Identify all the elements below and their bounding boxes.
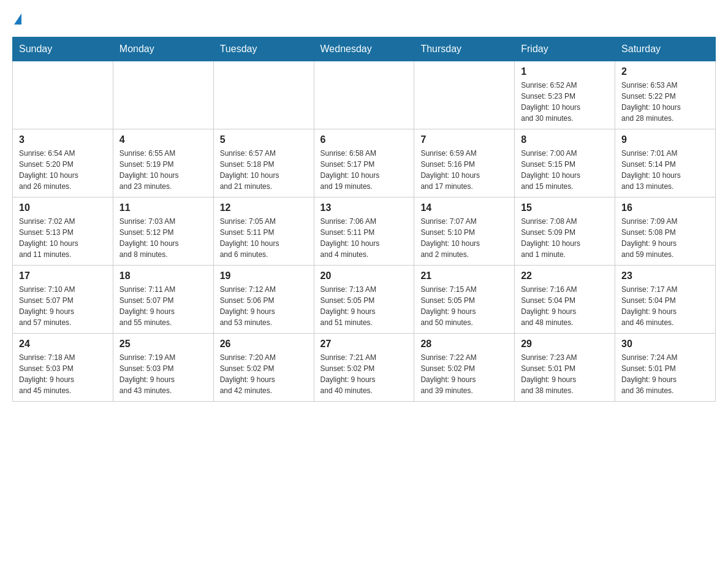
calendar-cell: 23Sunrise: 7:17 AMSunset: 5:04 PMDayligh…: [615, 266, 716, 334]
day-info: Sunrise: 7:13 AMSunset: 5:05 PMDaylight:…: [320, 284, 408, 328]
calendar-week-row: 1Sunrise: 6:52 AMSunset: 5:23 PMDaylight…: [13, 61, 716, 129]
day-info: Sunrise: 7:18 AMSunset: 5:03 PMDaylight:…: [19, 352, 107, 396]
day-number: 6: [320, 134, 408, 145]
calendar-cell: 30Sunrise: 7:24 AMSunset: 5:01 PMDayligh…: [615, 334, 716, 402]
day-number: 11: [119, 202, 207, 213]
day-number: 21: [420, 270, 508, 282]
calendar-cell: 19Sunrise: 7:12 AMSunset: 5:06 PMDayligh…: [213, 266, 314, 334]
calendar-cell: 15Sunrise: 7:08 AMSunset: 5:09 PMDayligh…: [515, 197, 615, 266]
calendar-cell: 2Sunrise: 6:53 AMSunset: 5:22 PMDaylight…: [615, 61, 716, 129]
day-info: Sunrise: 6:59 AMSunset: 5:16 PMDaylight:…: [420, 148, 508, 192]
calendar-cell: 12Sunrise: 7:05 AMSunset: 5:11 PMDayligh…: [213, 197, 314, 266]
calendar-cell: 25Sunrise: 7:19 AMSunset: 5:03 PMDayligh…: [113, 334, 213, 402]
day-number: 19: [220, 270, 308, 282]
day-info: Sunrise: 7:23 AMSunset: 5:01 PMDaylight:…: [521, 352, 609, 396]
day-info: Sunrise: 7:03 AMSunset: 5:12 PMDaylight:…: [119, 216, 207, 260]
calendar-cell: 24Sunrise: 7:18 AMSunset: 5:03 PMDayligh…: [13, 334, 113, 402]
day-number: 9: [621, 134, 709, 145]
day-info: Sunrise: 6:53 AMSunset: 5:22 PMDaylight:…: [621, 80, 709, 124]
weekday-header-tuesday: Tuesday: [213, 37, 314, 61]
calendar-week-row: 24Sunrise: 7:18 AMSunset: 5:03 PMDayligh…: [13, 334, 716, 402]
calendar-cell: 7Sunrise: 6:59 AMSunset: 5:16 PMDaylight…: [414, 129, 515, 197]
day-info: Sunrise: 7:12 AMSunset: 5:06 PMDaylight:…: [220, 284, 308, 328]
calendar-cell: 13Sunrise: 7:06 AMSunset: 5:11 PMDayligh…: [314, 197, 414, 266]
calendar-cell: 9Sunrise: 7:01 AMSunset: 5:14 PMDaylight…: [615, 129, 716, 197]
calendar-cell: 10Sunrise: 7:02 AMSunset: 5:13 PMDayligh…: [13, 197, 113, 266]
day-info: Sunrise: 7:08 AMSunset: 5:09 PMDaylight:…: [521, 216, 609, 260]
day-number: 1: [521, 66, 609, 77]
day-info: Sunrise: 7:06 AMSunset: 5:11 PMDaylight:…: [320, 216, 408, 260]
calendar-cell: [113, 61, 213, 129]
day-number: 26: [220, 339, 308, 350]
calendar-cell: 6Sunrise: 6:58 AMSunset: 5:17 PMDaylight…: [314, 129, 414, 197]
day-info: Sunrise: 7:16 AMSunset: 5:04 PMDaylight:…: [521, 284, 609, 328]
day-number: 4: [119, 134, 207, 145]
calendar-cell: 16Sunrise: 7:09 AMSunset: 5:08 PMDayligh…: [615, 197, 716, 266]
day-number: 25: [119, 339, 207, 350]
day-info: Sunrise: 7:11 AMSunset: 5:07 PMDaylight:…: [119, 284, 207, 328]
day-info: Sunrise: 7:19 AMSunset: 5:03 PMDaylight:…: [119, 352, 207, 396]
day-number: 28: [420, 339, 508, 350]
day-info: Sunrise: 7:22 AMSunset: 5:02 PMDaylight:…: [420, 352, 508, 396]
day-info: Sunrise: 6:55 AMSunset: 5:19 PMDaylight:…: [119, 148, 207, 192]
day-number: 12: [220, 202, 308, 213]
calendar-cell: 28Sunrise: 7:22 AMSunset: 5:02 PMDayligh…: [414, 334, 515, 402]
calendar-cell: 22Sunrise: 7:16 AMSunset: 5:04 PMDayligh…: [515, 266, 615, 334]
calendar-cell: 14Sunrise: 7:07 AMSunset: 5:10 PMDayligh…: [414, 197, 515, 266]
calendar-cell: 5Sunrise: 6:57 AMSunset: 5:18 PMDaylight…: [213, 129, 314, 197]
day-number: 14: [420, 202, 508, 213]
day-info: Sunrise: 7:07 AMSunset: 5:10 PMDaylight:…: [420, 216, 508, 260]
day-number: 2: [621, 66, 709, 77]
day-info: Sunrise: 7:02 AMSunset: 5:13 PMDaylight:…: [19, 216, 107, 260]
day-number: 15: [521, 202, 609, 213]
day-info: Sunrise: 7:10 AMSunset: 5:07 PMDaylight:…: [19, 284, 107, 328]
day-number: 5: [220, 134, 308, 145]
day-info: Sunrise: 7:05 AMSunset: 5:11 PMDaylight:…: [220, 216, 308, 260]
day-number: 8: [521, 134, 609, 145]
day-number: 17: [19, 270, 107, 282]
weekday-header-sunday: Sunday: [13, 37, 113, 61]
day-info: Sunrise: 7:09 AMSunset: 5:08 PMDaylight:…: [621, 216, 709, 260]
day-number: 22: [521, 270, 609, 282]
day-info: Sunrise: 7:17 AMSunset: 5:04 PMDaylight:…: [621, 284, 709, 328]
calendar-cell: 29Sunrise: 7:23 AMSunset: 5:01 PMDayligh…: [515, 334, 615, 402]
day-number: 23: [621, 270, 709, 282]
day-number: 16: [621, 202, 709, 213]
logo-triangle-icon: [14, 13, 21, 25]
day-info: Sunrise: 7:00 AMSunset: 5:15 PMDaylight:…: [521, 148, 609, 192]
day-info: Sunrise: 6:54 AMSunset: 5:20 PMDaylight:…: [19, 148, 107, 192]
calendar-cell: 3Sunrise: 6:54 AMSunset: 5:20 PMDaylight…: [13, 129, 113, 197]
day-info: Sunrise: 7:01 AMSunset: 5:14 PMDaylight:…: [621, 148, 709, 192]
weekday-header-monday: Monday: [113, 37, 213, 61]
day-number: 20: [320, 270, 408, 282]
day-info: Sunrise: 6:52 AMSunset: 5:23 PMDaylight:…: [521, 80, 609, 124]
weekday-header-thursday: Thursday: [414, 37, 515, 61]
logo: [12, 12, 21, 25]
calendar-cell: [414, 61, 515, 129]
day-info: Sunrise: 6:58 AMSunset: 5:17 PMDaylight:…: [320, 148, 408, 192]
weekday-header-saturday: Saturday: [615, 37, 716, 61]
page-header: [12, 12, 716, 25]
calendar-week-row: 10Sunrise: 7:02 AMSunset: 5:13 PMDayligh…: [13, 197, 716, 266]
calendar-cell: 17Sunrise: 7:10 AMSunset: 5:07 PMDayligh…: [13, 266, 113, 334]
calendar-week-row: 3Sunrise: 6:54 AMSunset: 5:20 PMDaylight…: [13, 129, 716, 197]
day-info: Sunrise: 7:20 AMSunset: 5:02 PMDaylight:…: [220, 352, 308, 396]
day-number: 3: [19, 134, 107, 145]
day-info: Sunrise: 7:15 AMSunset: 5:05 PMDaylight:…: [420, 284, 508, 328]
day-number: 10: [19, 202, 107, 213]
day-number: 24: [19, 339, 107, 350]
calendar-cell: 20Sunrise: 7:13 AMSunset: 5:05 PMDayligh…: [314, 266, 414, 334]
day-info: Sunrise: 7:24 AMSunset: 5:01 PMDaylight:…: [621, 352, 709, 396]
calendar-cell: 8Sunrise: 7:00 AMSunset: 5:15 PMDaylight…: [515, 129, 615, 197]
day-number: 18: [119, 270, 207, 282]
day-info: Sunrise: 7:21 AMSunset: 5:02 PMDaylight:…: [320, 352, 408, 396]
weekday-header-wednesday: Wednesday: [314, 37, 414, 61]
calendar-cell: [314, 61, 414, 129]
day-number: 13: [320, 202, 408, 213]
calendar-cell: [213, 61, 314, 129]
weekday-header-row: SundayMondayTuesdayWednesdayThursdayFrid…: [13, 37, 716, 61]
day-info: Sunrise: 6:57 AMSunset: 5:18 PMDaylight:…: [220, 148, 308, 192]
calendar-week-row: 17Sunrise: 7:10 AMSunset: 5:07 PMDayligh…: [13, 266, 716, 334]
calendar-table: SundayMondayTuesdayWednesdayThursdayFrid…: [12, 37, 716, 402]
calendar-cell: 26Sunrise: 7:20 AMSunset: 5:02 PMDayligh…: [213, 334, 314, 402]
